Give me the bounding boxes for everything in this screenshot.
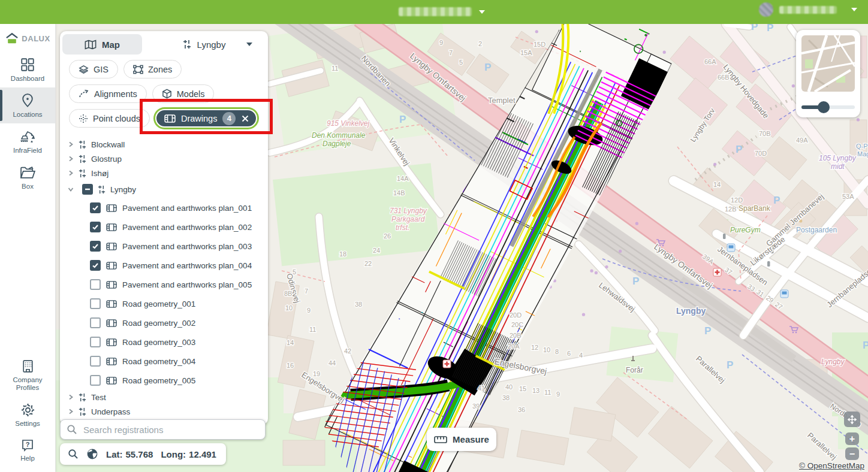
checkbox-checked[interactable]: [90, 260, 101, 271]
location-dropdown[interactable]: Lyngby: [142, 34, 266, 55]
tree-drawing-row[interactable]: Pavement and earthworks plan_001: [60, 198, 268, 217]
zoom-in-button[interactable]: +: [845, 432, 859, 445]
map-housenumber-label: 18: [339, 250, 346, 258]
tree-drawing-label: Pavement and earthworks plan_003: [122, 242, 252, 251]
map-housenumber-label: 26: [384, 232, 391, 240]
drawing-sheet-icon: [106, 261, 117, 270]
tree-drawing-label: Pavement and earthworks plan_005: [122, 280, 252, 289]
long-label: Long:: [161, 449, 186, 459]
map-street-label: Lyngby: [821, 358, 845, 366]
chevron-right-icon[interactable]: [68, 394, 74, 400]
checkbox[interactable]: [90, 337, 101, 347]
sidebar-item-dashboard[interactable]: Dashboard: [0, 52, 55, 87]
sidebar-item-help[interactable]: ? Help: [0, 432, 55, 467]
tab-map[interactable]: Map: [62, 34, 142, 55]
chevron-down-icon[interactable]: [68, 186, 74, 192]
chip-zones[interactable]: Zones: [123, 60, 182, 78]
tree-drawing-label: Pavement and earthworks plan_001: [122, 204, 252, 213]
tree-drawing-row[interactable]: Road geometry_003: [60, 332, 268, 352]
globe-icon[interactable]: [86, 448, 98, 460]
chevron-right-icon[interactable]: [68, 156, 74, 162]
tree-group-label: Ishøj: [91, 169, 108, 178]
recenter-button[interactable]: [844, 412, 860, 427]
tree-drawing-label: Road geometry_005: [122, 376, 195, 385]
tree-group-row[interactable]: Ishøj: [60, 166, 268, 180]
tree-drawing-row[interactable]: Pavement and earthworks plan_003: [60, 237, 268, 256]
map-housenumber-label: 12D: [731, 196, 743, 204]
sidebar-item-label: Settings: [15, 420, 40, 428]
tree-drawing-row[interactable]: Road geometry_002: [60, 313, 268, 332]
alignments-icon: [79, 89, 89, 99]
tree-drawing-row[interactable]: Pavement and earthworks plan_004: [60, 256, 268, 275]
slider-handle[interactable]: [818, 101, 830, 113]
tree-drawing-row[interactable]: Road geometry_001: [60, 294, 268, 313]
sidebar-item-settings[interactable]: Settings: [0, 397, 55, 432]
map-housenumber-label: 19: [313, 370, 320, 377]
sidebar-item-label: Box: [22, 183, 34, 190]
tree-group-row[interactable]: Test: [60, 390, 268, 404]
search-icon[interactable]: [68, 449, 79, 459]
tree-drawing-row[interactable]: Pavement and earthworks plan_005: [60, 275, 268, 294]
map-housenumber-label: 70B: [759, 130, 771, 137]
chip-point-clouds[interactable]: Point clouds: [69, 109, 150, 128]
tab-map-label: Map: [102, 40, 120, 50]
map-street-label: PureGym: [730, 226, 761, 234]
close-icon[interactable]: [241, 114, 249, 123]
map-housenumber-label: 44: [328, 359, 336, 367]
map-housenumber-label: 5: [459, 59, 463, 66]
chevron-right-icon[interactable]: [68, 409, 74, 414]
tree-group-row[interactable]: Underpass: [60, 404, 268, 419]
tree-group-row[interactable]: Blockwall: [60, 137, 268, 152]
sidebar-item-infrafield[interactable]: InfraField: [0, 123, 55, 159]
dalux-house-icon: [5, 32, 19, 44]
checkbox[interactable]: [90, 317, 101, 328]
osm-attribution-link[interactable]: © OpenStreetMap: [799, 461, 864, 470]
checkbox[interactable]: [90, 356, 101, 367]
map-street-label: Dagpleje: [323, 140, 351, 148]
tree-group-row-expanded[interactable]: Lyngby: [60, 180, 268, 198]
map-housenumber-label: 12: [531, 344, 538, 351]
project-selector[interactable]: [399, 7, 485, 16]
tree-drawing-label: Road geometry_004: [122, 357, 195, 366]
chip-gis[interactable]: GIS: [69, 60, 118, 78]
parking-icon: P: [751, 24, 758, 32]
checkbox[interactable]: [90, 375, 101, 386]
checkbox[interactable]: [90, 279, 101, 290]
map-housenumber-label: 11: [544, 389, 551, 396]
sidebar: DALUX Dashboard Locations InfraField: [0, 24, 56, 472]
user-menu[interactable]: [759, 2, 857, 17]
checkbox-checked[interactable]: [90, 241, 101, 252]
search-input[interactable]: [82, 424, 259, 435]
checkbox[interactable]: [90, 298, 101, 309]
redacted-project-name: [399, 7, 472, 16]
tree-group-row[interactable]: Glostrup: [60, 152, 268, 166]
minimap-zoom-slider[interactable]: [801, 101, 855, 114]
map-housenumber-label: 4: [579, 352, 583, 359]
checkbox-checked[interactable]: [90, 222, 101, 232]
search-registrations-card: [60, 419, 266, 440]
sidebar-item-locations[interactable]: Locations: [0, 87, 55, 123]
tree-drawing-row[interactable]: Road geometry_005: [60, 371, 268, 390]
chevron-right-icon[interactable]: [68, 170, 74, 176]
map-housenumber-label: 10: [543, 346, 550, 353]
map-housenumber-label: 5: [293, 268, 296, 276]
map-housenumber-label: 14B: [393, 189, 405, 196]
alignment-icon: [97, 185, 106, 194]
map-housenumber-label: 15: [519, 385, 526, 392]
sidebar-item-company-profiles[interactable]: Company Profiles: [0, 353, 55, 397]
measure-button[interactable]: Measure: [427, 428, 496, 451]
checkbox-indeterminate[interactable]: [82, 184, 93, 195]
zoom-out-button[interactable]: −: [845, 447, 859, 460]
chip-models[interactable]: Models: [152, 84, 215, 103]
minimap-thumbnail[interactable]: [801, 35, 855, 92]
chip-alignments[interactable]: Alignments: [69, 84, 147, 103]
dalux-logo[interactable]: DALUX: [5, 32, 50, 44]
tree-drawing-row[interactable]: Pavement and earthworks plan_002: [60, 217, 268, 237]
location-dropdown-label: Lyngby: [197, 40, 226, 50]
sidebar-item-box[interactable]: Box: [0, 160, 55, 195]
chip-drawings-active[interactable]: Drawings 4: [155, 109, 257, 128]
tree-drawing-row[interactable]: Road geometry_004: [60, 352, 268, 371]
checkbox-checked[interactable]: [90, 202, 101, 213]
chevron-right-icon[interactable]: [68, 141, 74, 147]
map-housenumber-label: 49A: [796, 137, 808, 144]
